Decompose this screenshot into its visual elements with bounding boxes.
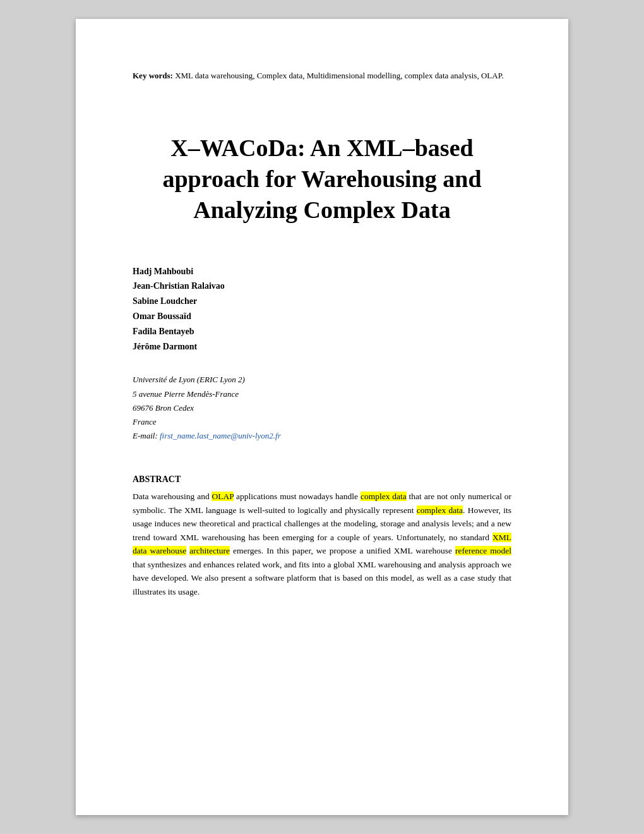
author-5: Fadila Bentayeb bbox=[133, 324, 511, 339]
highlight-architecture: architecture bbox=[189, 546, 230, 555]
author-1: Hadj Mahboubi bbox=[133, 264, 511, 279]
affiliation-email: E-mail: first_name.last_name@univ-lyon2.… bbox=[133, 429, 511, 443]
affiliation-university: Université de Lyon (ERIC Lyon 2) bbox=[133, 373, 511, 387]
abstract-part-2: applications must nowadays handle bbox=[234, 492, 361, 501]
keywords-section: Key words: XML data warehousing, Complex… bbox=[133, 70, 511, 82]
email-label: E-mail: bbox=[133, 431, 160, 440]
author-6: Jérôme Darmont bbox=[133, 339, 511, 354]
affiliation-country: France bbox=[133, 415, 511, 429]
main-title: X–WACoDa: An XML–based approach for Ware… bbox=[133, 133, 511, 226]
author-2: Jean-Christian Ralaivao bbox=[133, 279, 511, 294]
document-page: Key words: XML data warehousing, Complex… bbox=[76, 19, 568, 815]
affiliation-address2: 69676 Bron Cedex bbox=[133, 401, 511, 415]
affiliation-block: Université de Lyon (ERIC Lyon 2) 5 avenu… bbox=[133, 373, 511, 442]
keywords-text: XML data warehousing, Complex data, Mult… bbox=[175, 71, 504, 80]
highlight-reference-model: reference model bbox=[455, 546, 511, 555]
affiliation-address1: 5 avenue Pierre Mendès-France bbox=[133, 387, 511, 401]
abstract-part-1: Data warehousing and bbox=[133, 492, 212, 501]
highlight-olap: OLAP bbox=[212, 492, 234, 501]
author-3: Sabine Loudcher bbox=[133, 294, 511, 309]
abstract-text: Data warehousing and OLAP applications m… bbox=[133, 490, 511, 599]
keywords-label: Key words: bbox=[133, 71, 173, 80]
highlight-complex-data-2: complex data bbox=[417, 505, 463, 515]
abstract-part-6: emerges. In this paper, we propose a uni… bbox=[230, 546, 455, 555]
abstract-title: ABSTRACT bbox=[133, 474, 511, 485]
abstract-section: ABSTRACT Data warehousing and OLAP appli… bbox=[133, 474, 511, 599]
author-4: Omar Boussaïd bbox=[133, 309, 511, 324]
email-link[interactable]: first_name.last_name@univ-lyon2.fr bbox=[160, 431, 281, 440]
authors-block: Hadj Mahboubi Jean-Christian Ralaivao Sa… bbox=[133, 264, 511, 354]
abstract-part-7: that synthesizes and enhances related wo… bbox=[133, 560, 511, 596]
highlight-complex-data-1: complex data bbox=[361, 492, 407, 501]
